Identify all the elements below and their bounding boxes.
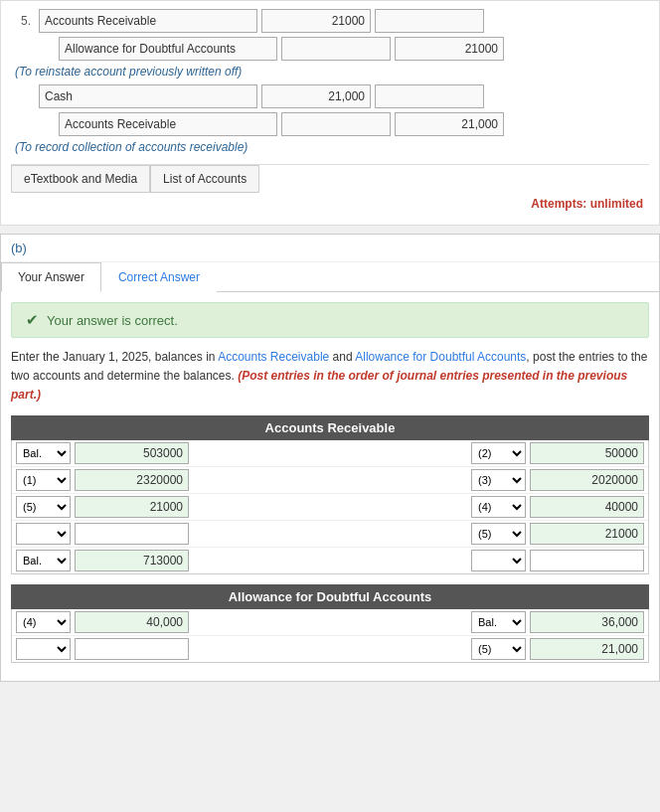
ar-right-amount-1[interactable] <box>530 442 644 464</box>
ar-right-select-1[interactable]: (2)(1)(3)(4)(5) <box>471 442 526 464</box>
section-b: (b) Your Answer Correct Answer ✔ Your an… <box>0 234 660 682</box>
ar-left-amount-4[interactable] <box>75 523 189 545</box>
allowance-right-select-2[interactable]: (5)Bal.(1)(2)(3)(4) <box>471 638 526 660</box>
credit-3[interactable] <box>375 84 484 108</box>
allowance-left-amount-2[interactable] <box>75 638 189 660</box>
ar-left-select-5[interactable]: Bal.(1)(2)(3)(4)(5) <box>16 550 71 571</box>
ar-right-amount-4[interactable] <box>530 523 644 545</box>
ar-left-select-2[interactable]: (1)Bal.(2)(3)(4)(5) <box>16 469 71 491</box>
correct-message: Your answer is correct. <box>47 313 178 328</box>
note-2: (To record collection of accounts receiv… <box>15 140 649 154</box>
ar-right-select-2[interactable]: (3)(1)(2)(4)(5) <box>471 469 526 491</box>
ar-left-amount-3[interactable] <box>75 496 189 518</box>
account-label-4[interactable] <box>59 112 277 136</box>
ar-left-amount-2[interactable] <box>75 469 189 491</box>
correct-banner: ✔ Your answer is correct. <box>11 302 649 338</box>
description-text: Enter the January 1, 2025, balances in A… <box>1 348 659 415</box>
allowance-ledger-header: Allowance for Doubtful Accounts <box>11 584 649 609</box>
account-label-2[interactable] <box>59 37 277 61</box>
ar-left-amount-5[interactable] <box>75 550 189 571</box>
debit-4[interactable] <box>281 112 391 136</box>
ar-ledger-body: Bal.(1)(2)(3)(4)(5) (2)(1)(3)(4)(5) (1)B… <box>11 440 649 574</box>
top-section: 5. (To reinstate account previously writ… <box>0 0 660 226</box>
attempts-value: unlimited <box>590 197 643 211</box>
list-of-accounts-link[interactable]: List of Accounts <box>150 165 259 193</box>
allowance-right-select-1[interactable]: Bal.(1)(2)(3)(4)(5) <box>471 611 526 633</box>
debit-2[interactable] <box>281 37 391 61</box>
ar-right-amount-2[interactable] <box>530 469 644 491</box>
item-5-row-4 <box>31 112 649 136</box>
item-5-row-2 <box>31 37 649 61</box>
ar-row-1: Bal.(1)(2)(3)(4)(5) (2)(1)(3)(4)(5) <box>12 440 648 467</box>
ar-right-amount-3[interactable] <box>530 496 644 518</box>
section-b-header: (b) <box>1 235 659 262</box>
footer-links: eTextbook and Media List of Accounts <box>11 164 649 193</box>
item-5-row-3 <box>11 84 649 108</box>
ar-row-4: Bal.(1)(2)(3)(4)(5) (5)Bal.(1)(2)(3)(4) <box>12 521 648 548</box>
ar-right-select-4[interactable]: (5)Bal.(1)(2)(3)(4) <box>471 523 526 545</box>
allowance-row-1: (4)Bal.(1)(2)(3)(5) Bal.(1)(2)(3)(4)(5) <box>12 609 648 636</box>
ar-left-amount-1[interactable] <box>75 442 189 464</box>
account-label-3[interactable] <box>39 84 257 108</box>
tab-your-answer[interactable]: Your Answer <box>1 262 101 292</box>
allowance-right-amount-1[interactable] <box>530 611 644 633</box>
ar-right-select-3[interactable]: (4)Bal.(1)(2)(3)(5) <box>471 496 526 518</box>
allowance-ledger-body: (4)Bal.(1)(2)(3)(5) Bal.(1)(2)(3)(4)(5) … <box>11 609 649 663</box>
ar-right-select-5[interactable]: Bal.(1)(2)(3)(4)(5) <box>471 550 526 571</box>
debit-3[interactable] <box>261 84 371 108</box>
credit-2[interactable] <box>395 37 504 61</box>
accounts-receivable-ledger: Accounts Receivable Bal.(1)(2)(3)(4)(5) … <box>11 415 649 574</box>
allowance-ledger: Allowance for Doubtful Accounts (4)Bal.(… <box>11 584 649 663</box>
allowance-row-2: Bal.(1)(2)(3)(4)(5) (5)Bal.(1)(2)(3)(4) <box>12 636 648 662</box>
tabs: Your Answer Correct Answer <box>1 262 659 292</box>
ar-row-5: Bal.(1)(2)(3)(4)(5) Bal.(1)(2)(3)(4)(5) <box>12 548 648 573</box>
allowance-left-amount-1[interactable] <box>75 611 189 633</box>
ar-left-select-3[interactable]: (5)Bal.(1)(2)(3)(4) <box>16 496 71 518</box>
attempts-line: Attempts: unlimited <box>11 193 649 215</box>
item-number: 5. <box>11 14 31 28</box>
highlight-ar: Accounts Receivable <box>218 350 329 364</box>
ar-ledger-header: Accounts Receivable <box>11 415 649 440</box>
section-b-content: ✔ Your answer is correct. Enter the Janu… <box>1 302 659 681</box>
credit-1[interactable] <box>375 9 484 33</box>
ar-left-select-4[interactable]: Bal.(1)(2)(3)(4)(5) <box>16 523 71 545</box>
check-icon: ✔ <box>26 311 39 329</box>
etextbook-link[interactable]: eTextbook and Media <box>11 165 150 193</box>
debit-1[interactable] <box>261 9 371 33</box>
ar-row-2: (1)Bal.(2)(3)(4)(5) (3)(1)(2)(4)(5) <box>12 467 648 494</box>
account-label-1[interactable] <box>39 9 257 33</box>
credit-4[interactable] <box>395 112 504 136</box>
tab-correct-answer[interactable]: Correct Answer <box>101 262 217 292</box>
allowance-left-select-2[interactable]: Bal.(1)(2)(3)(4)(5) <box>16 638 71 660</box>
allowance-left-select-1[interactable]: (4)Bal.(1)(2)(3)(5) <box>16 611 71 633</box>
highlight-allowance: Allowance for Doubtful Accounts <box>355 350 526 364</box>
ar-row-3: (5)Bal.(1)(2)(3)(4) (4)Bal.(1)(2)(3)(5) <box>12 494 648 521</box>
ar-right-amount-5[interactable] <box>530 550 644 571</box>
item-5-header: 5. <box>11 9 649 33</box>
note-1: (To reinstate account previously written… <box>15 65 649 79</box>
allowance-right-amount-2[interactable] <box>530 638 644 660</box>
ar-left-select-1[interactable]: Bal.(1)(2)(3)(4)(5) <box>16 442 71 464</box>
description-italic: (Post entries in the order of journal en… <box>11 369 627 402</box>
